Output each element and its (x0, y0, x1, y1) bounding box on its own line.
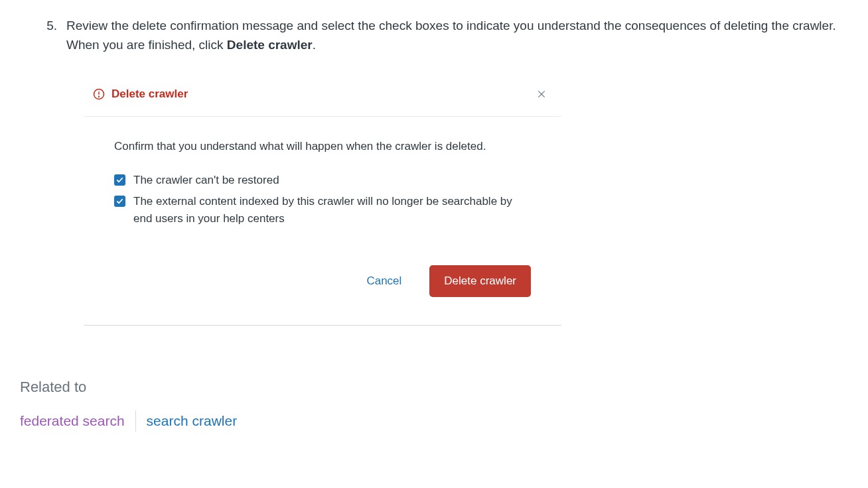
related-heading: Related to (20, 376, 848, 398)
check-icon (116, 198, 123, 205)
svg-point-2 (99, 96, 100, 97)
related-link-federated-search[interactable]: federated search (20, 410, 136, 432)
step-text-before: Review the delete confirmation message a… (66, 19, 836, 52)
cancel-button[interactable]: Cancel (366, 274, 401, 288)
modal-footer: Cancel Delete crawler (84, 265, 561, 325)
delete-crawler-button[interactable]: Delete crawler (429, 265, 531, 297)
checkbox-1-label: The crawler can't be restored (133, 172, 279, 189)
close-icon[interactable] (536, 89, 547, 99)
step-text: Review the delete confirmation message a… (66, 16, 848, 55)
checkbox-row-2: The external content indexed by this cra… (114, 193, 531, 228)
step-text-after: . (313, 38, 316, 52)
instruction-step: 5. Review the delete confirmation messag… (20, 16, 848, 55)
modal-header: Delete crawler (84, 74, 561, 117)
delete-crawler-modal: Delete crawler Confirm that you understa… (84, 74, 561, 326)
alert-circle-icon (93, 88, 105, 100)
checkbox-1[interactable] (114, 174, 125, 186)
modal-title: Delete crawler (111, 86, 188, 103)
modal-body: Confirm that you understand what will ha… (84, 117, 561, 265)
check-icon (116, 176, 123, 184)
checkbox-row-1: The crawler can't be restored (114, 172, 531, 189)
related-section: Related to federated search search crawl… (20, 376, 848, 432)
checkbox-2[interactable] (114, 196, 125, 207)
modal-title-wrap: Delete crawler (93, 86, 188, 103)
confirm-message: Confirm that you understand what will ha… (114, 138, 531, 155)
related-links: federated search search crawler (20, 410, 848, 432)
step-text-bold: Delete crawler (227, 38, 313, 52)
step-number: 5. (20, 16, 60, 55)
checkbox-2-label: The external content indexed by this cra… (133, 193, 531, 228)
related-link-search-crawler[interactable]: search crawler (136, 410, 238, 432)
